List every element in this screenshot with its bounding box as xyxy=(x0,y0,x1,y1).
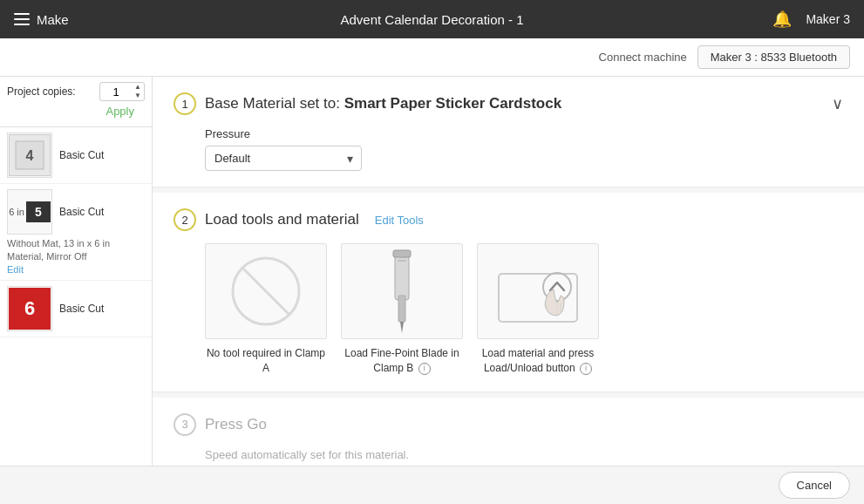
thumb-4-svg: 4 xyxy=(14,140,45,171)
fine-point-blade-image xyxy=(341,243,463,339)
sidebar-item-5-info: Without Mat, 13 in x 6 inMaterial, Mirro… xyxy=(7,237,110,264)
svg-marker-6 xyxy=(400,322,404,333)
content-area: 1 Base Material set to: Smart Paper Stic… xyxy=(153,77,864,504)
sidebar-thumb-4: 4 xyxy=(7,133,52,178)
apply-button[interactable]: Apply xyxy=(100,101,139,121)
load-material-svg xyxy=(494,248,582,335)
svg-rect-4 xyxy=(395,252,409,300)
pressure-section: Pressure Default More Less xyxy=(205,127,843,171)
step-3-circle: 3 xyxy=(173,413,196,436)
hamburger-icon xyxy=(14,13,30,25)
no-tool-desc: No tool required in Clamp A xyxy=(205,346,327,376)
main-layout: Project copies: 1 ▲ ▼ Apply xyxy=(0,77,864,504)
header-make-label: Make xyxy=(37,12,69,27)
pressure-select[interactable]: Default More Less xyxy=(205,146,362,171)
step-1-number: 1 xyxy=(181,98,187,111)
edit-tools-link[interactable]: Edit Tools xyxy=(375,214,424,227)
sidebar-item-4-label: Basic Cut xyxy=(59,149,104,161)
press-go-subtitle: Speed automatically set for this materia… xyxy=(205,448,843,461)
header-machine-label: Maker 3 xyxy=(806,12,850,26)
tool-card-fine-point: Load Fine-Point Blade in Clamp B i xyxy=(341,243,463,376)
load-material-info-icon[interactable]: i xyxy=(580,363,592,375)
svg-line-3 xyxy=(242,268,289,315)
copies-down-arrow[interactable]: ▼ xyxy=(132,92,144,100)
no-tool-image xyxy=(205,243,327,339)
step-1-circle: 1 xyxy=(173,92,196,115)
section-1-title: Base Material set to: Smart Paper Sticke… xyxy=(205,95,561,112)
sidebar-item-4[interactable]: 4 Basic Cut xyxy=(0,127,152,184)
sidebar-item-6[interactable]: 6 Basic Cut xyxy=(0,281,152,337)
section-2-header: 2 Load tools and material Edit Tools xyxy=(173,208,843,231)
sidebar-item-5[interactable]: 6 in 5 Basic Cut Without Mat, 13 in x 6 … xyxy=(0,184,152,281)
cancel-button[interactable]: Cancel xyxy=(779,472,850,499)
project-copies-label: Project copies: xyxy=(7,85,94,98)
svg-rect-5 xyxy=(398,296,405,322)
section-1-title-bold: Smart Paper Sticker Cardstock xyxy=(344,95,561,112)
step-2-circle: 2 xyxy=(173,208,196,231)
copies-up-arrow[interactable]: ▲ xyxy=(132,83,144,92)
sidebar-item-5-label: Basic Cut xyxy=(59,206,104,218)
header: Make Advent Calendar Decoration - 1 🔔 Ma… xyxy=(0,0,864,38)
copies-arrows: ▲ ▼ xyxy=(132,83,144,100)
section-3-header: 3 Press Go xyxy=(173,413,843,436)
sidebar-thumb-6: 6 xyxy=(7,286,52,331)
sidebar-scroll: 4 Basic Cut 6 in 5 Basic Cut xyxy=(0,127,152,494)
section-1-header: 1 Base Material set to: Smart Paper Stic… xyxy=(173,92,843,115)
step-3-number: 3 xyxy=(181,418,187,431)
section-1-title-prefix: Base Material set to: xyxy=(205,95,344,112)
sidebar-item-5-edit[interactable]: Edit xyxy=(7,264,24,275)
no-tool-svg xyxy=(227,252,305,330)
connect-machine-button[interactable]: Maker 3 : 8533 Bluetooth xyxy=(697,45,850,69)
svg-rect-7 xyxy=(393,250,411,257)
section-3-title: Press Go xyxy=(205,416,267,433)
section-2-title: Load tools and material xyxy=(205,211,359,228)
fine-point-blade-desc: Load Fine-Point Blade in Clamp B i xyxy=(341,346,463,376)
tool-card-load-material: Load material and press Load/Unload butt… xyxy=(477,243,599,376)
load-material-desc: Load material and press Load/Unload butt… xyxy=(477,346,599,376)
hamburger-menu[interactable]: Make xyxy=(14,12,69,27)
bell-icon[interactable]: 🔔 xyxy=(772,10,792,29)
tool-card-no-tool: No tool required in Clamp A xyxy=(205,243,327,376)
fine-point-blade-svg xyxy=(376,248,428,335)
step-2-number: 2 xyxy=(181,214,187,227)
sidebar: Project copies: 1 ▲ ▼ Apply xyxy=(0,77,153,504)
section-2: 2 Load tools and material Edit Tools No … xyxy=(153,193,864,392)
section-1: 1 Base Material set to: Smart Paper Stic… xyxy=(153,77,864,187)
section-1-expand-icon[interactable]: ∨ xyxy=(832,94,843,113)
copies-input[interactable]: 1 xyxy=(100,84,132,100)
connect-machine-label: Connect machine xyxy=(599,51,687,64)
header-title: Advent Calendar Decoration - 1 xyxy=(340,12,523,27)
fine-point-info-icon[interactable]: i xyxy=(418,363,431,375)
sidebar-item-6-label: Basic Cut xyxy=(59,303,104,315)
svg-text:4: 4 xyxy=(26,148,34,163)
footer: Cancel xyxy=(0,466,864,504)
pressure-label: Pressure xyxy=(205,127,843,140)
copies-input-wrap: 1 ▲ ▼ xyxy=(99,82,145,101)
sidebar-thumb-5: 6 in 5 xyxy=(7,189,52,235)
load-material-image xyxy=(477,243,599,339)
pressure-select-wrap: Default More Less xyxy=(205,146,362,171)
connect-bar: Connect machine Maker 3 : 8533 Bluetooth xyxy=(0,38,864,77)
tools-row: No tool required in Clamp A xyxy=(205,243,843,376)
header-right: 🔔 Maker 3 xyxy=(772,10,850,29)
